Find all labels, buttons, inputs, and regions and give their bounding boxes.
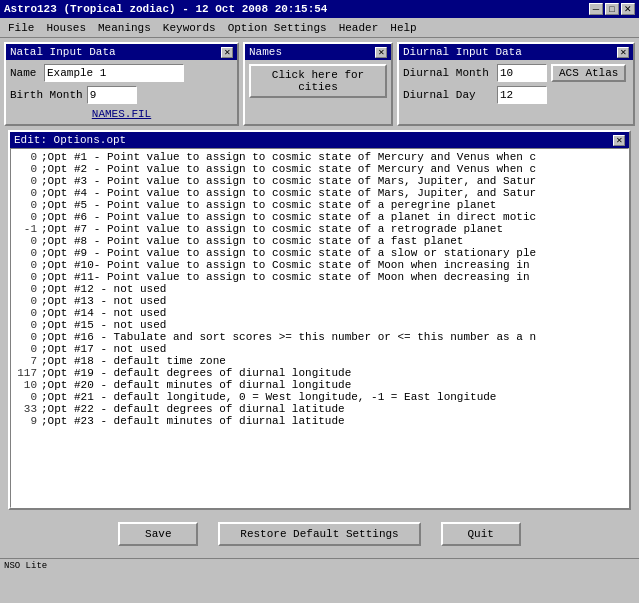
- restore-button[interactable]: Restore Default Settings: [218, 522, 420, 546]
- names-panel: Names ✕ Click here for cities: [243, 42, 393, 126]
- diurnal-panel-close[interactable]: ✕: [617, 47, 629, 58]
- diurnal-month-row: Diurnal Month ACS Atlas: [403, 64, 629, 82]
- window-controls: ─ □ ✕: [589, 3, 635, 15]
- list-item[interactable]: 0;Opt #8 - Point value to assign to cosm…: [13, 235, 626, 247]
- list-item[interactable]: 0;Opt #10- Point value to assign to Cosm…: [13, 259, 626, 271]
- menu-file[interactable]: File: [2, 21, 40, 35]
- list-item[interactable]: 0;Opt #17 - not used: [13, 343, 626, 355]
- list-item[interactable]: 0;Opt #9 - Point value to assign to cosm…: [13, 247, 626, 259]
- birth-month-label: Birth Month: [10, 89, 83, 101]
- list-item[interactable]: 0;Opt #1 - Point value to assign to cosm…: [13, 151, 626, 163]
- natal-panel-title-bar: Natal Input Data ✕: [6, 44, 237, 60]
- top-panel-row: Natal Input Data ✕ Name Birth Month NAME…: [4, 42, 635, 126]
- diurnal-day-input[interactable]: [497, 86, 547, 104]
- diurnal-panel-title-bar: Diurnal Input Data ✕: [399, 44, 633, 60]
- edit-options-title-text: Edit: Options.opt: [14, 134, 126, 146]
- natal-panel-close[interactable]: ✕: [221, 47, 233, 58]
- list-item[interactable]: 10;Opt #20 - default minutes of diurnal …: [13, 379, 626, 391]
- menu-help[interactable]: Help: [384, 21, 422, 35]
- names-panel-title: Names: [249, 46, 282, 58]
- diurnal-panel: Diurnal Input Data ✕ Diurnal Month ACS A…: [397, 42, 635, 126]
- list-item[interactable]: 0;Opt #2 - Point value to assign to cosm…: [13, 163, 626, 175]
- list-item[interactable]: 33;Opt #22 - default degrees of diurnal …: [13, 403, 626, 415]
- menu-header[interactable]: Header: [333, 21, 385, 35]
- name-row: Name: [10, 64, 233, 82]
- natal-input-panel: Natal Input Data ✕ Name Birth Month NAME…: [4, 42, 239, 126]
- list-item[interactable]: 0;Opt #13 - not used: [13, 295, 626, 307]
- diurnal-panel-title: Diurnal Input Data: [403, 46, 522, 58]
- list-item[interactable]: 117;Opt #19 - default degrees of diurnal…: [13, 367, 626, 379]
- maximize-button[interactable]: □: [605, 3, 619, 15]
- cities-button[interactable]: Click here for cities: [249, 64, 387, 98]
- name-label: Name: [10, 67, 40, 79]
- menu-option-settings[interactable]: Option Settings: [222, 21, 333, 35]
- list-item[interactable]: 0;Opt #4 - Point value to assign to cosm…: [13, 187, 626, 199]
- names-panel-title-bar: Names ✕: [245, 44, 391, 60]
- list-item[interactable]: 0;Opt #3 - Point value to assign to cosm…: [13, 175, 626, 187]
- diurnal-day-row: Diurnal Day: [403, 86, 629, 104]
- menu-keywords[interactable]: Keywords: [157, 21, 222, 35]
- quit-button[interactable]: Quit: [441, 522, 521, 546]
- names-fil-link[interactable]: NAMES.FIL: [10, 108, 233, 120]
- list-item[interactable]: -1;Opt #7 - Point value to assign to cos…: [13, 223, 626, 235]
- list-item[interactable]: 0;Opt #12 - not used: [13, 283, 626, 295]
- edit-options-title-bar: Edit: Options.opt ✕: [10, 132, 629, 148]
- list-item[interactable]: 0;Opt #21 - default longitude, 0 = West …: [13, 391, 626, 403]
- main-area: Natal Input Data ✕ Name Birth Month NAME…: [0, 38, 639, 558]
- diurnal-panel-content: Diurnal Month ACS Atlas Diurnal Day: [399, 60, 633, 112]
- menu-bar: File Houses Meanings Keywords Option Set…: [0, 18, 639, 38]
- diurnal-day-label: Diurnal Day: [403, 89, 493, 101]
- list-item[interactable]: 0;Opt #11- Point value to assign to cosm…: [13, 271, 626, 283]
- footer-buttons: Save Restore Default Settings Quit: [4, 514, 635, 554]
- list-item[interactable]: 0;Opt #15 - not used: [13, 319, 626, 331]
- nso-label: NSO Lite: [4, 561, 47, 571]
- name-input[interactable]: [44, 64, 184, 82]
- list-item[interactable]: 0;Opt #14 - not used: [13, 307, 626, 319]
- menu-houses[interactable]: Houses: [40, 21, 92, 35]
- edit-options-close[interactable]: ✕: [613, 135, 625, 146]
- bottom-bar: NSO Lite: [0, 558, 639, 573]
- options-list[interactable]: 0;Opt #1 - Point value to assign to cosm…: [10, 148, 629, 508]
- names-panel-content: Click here for cities: [245, 60, 391, 102]
- minimize-button[interactable]: ─: [589, 3, 603, 15]
- list-item[interactable]: 0;Opt #6 - Point value to assign to cosm…: [13, 211, 626, 223]
- menu-meanings[interactable]: Meanings: [92, 21, 157, 35]
- diurnal-month-label: Diurnal Month: [403, 67, 493, 79]
- app-title: Astro123 (Tropical zodiac) - 12 Oct 2008…: [4, 3, 327, 15]
- acs-atlas-button[interactable]: ACS Atlas: [551, 64, 626, 82]
- natal-panel-title: Natal Input Data: [10, 46, 116, 58]
- options-list-inner: 0;Opt #1 - Point value to assign to cosm…: [13, 151, 626, 427]
- birth-month-row: Birth Month: [10, 86, 233, 104]
- close-button[interactable]: ✕: [621, 3, 635, 15]
- names-panel-close[interactable]: ✕: [375, 47, 387, 58]
- diurnal-month-input[interactable]: [497, 64, 547, 82]
- title-bar: Astro123 (Tropical zodiac) - 12 Oct 2008…: [0, 0, 639, 18]
- save-button[interactable]: Save: [118, 522, 198, 546]
- natal-panel-content: Name Birth Month NAMES.FIL: [6, 60, 237, 124]
- list-item[interactable]: 0;Opt #16 - Tabulate and sort scores >= …: [13, 331, 626, 343]
- list-item[interactable]: 9;Opt #23 - default minutes of diurnal l…: [13, 415, 626, 427]
- birth-month-input[interactable]: [87, 86, 137, 104]
- list-item[interactable]: 7;Opt #18 - default time zone: [13, 355, 626, 367]
- list-item[interactable]: 0;Opt #5 - Point value to assign to cosm…: [13, 199, 626, 211]
- edit-options-window: Edit: Options.opt ✕ 0;Opt #1 - Point val…: [8, 130, 631, 510]
